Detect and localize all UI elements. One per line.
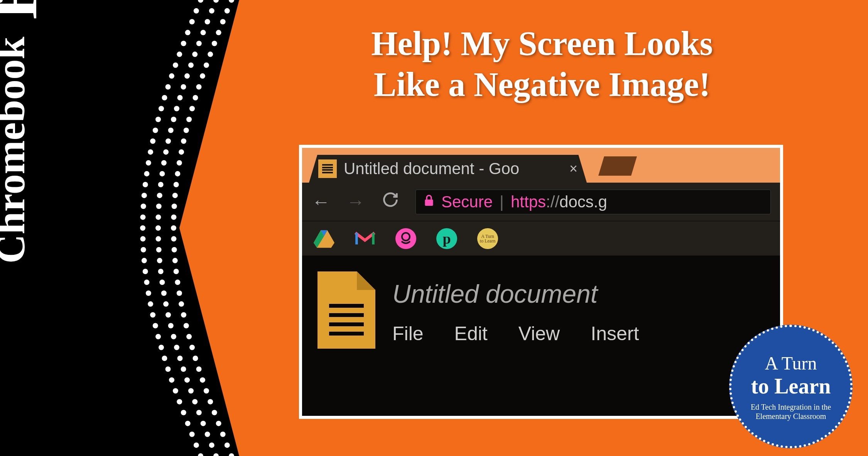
address-separator: | <box>500 193 504 211</box>
pink-circle-icon[interactable] <box>395 228 416 249</box>
headline-line2: Like a Negative Image! <box>262 64 822 105</box>
secure-label: Secure <box>441 193 493 211</box>
document-title[interactable]: Untitled document <box>392 279 765 309</box>
badge-line1: A Turn <box>765 353 817 374</box>
tab-strip: Untitled document - Goo × <box>302 148 780 183</box>
docs-favicon-icon <box>318 159 337 178</box>
document-area: Untitled document File Edit View Insert <box>302 256 780 416</box>
tab-title: Untitled document - Goo <box>344 159 559 178</box>
forward-icon[interactable]: → <box>346 191 365 212</box>
svg-rect-130 <box>425 199 433 205</box>
browser-toolbar: ← → Secure | https://docs.g <box>302 183 780 221</box>
headline-line1: Help! My Screen Looks <box>262 23 822 64</box>
lock-icon <box>424 194 434 210</box>
svg-point-137 <box>402 233 410 241</box>
back-icon[interactable]: ← <box>311 191 331 212</box>
browser-screenshot: Untitled document - Goo × ← → Secure | h… <box>299 145 783 419</box>
docs-file-icon <box>317 271 375 349</box>
badge-line2: to Learn <box>751 374 831 398</box>
svg-rect-136 <box>372 232 374 244</box>
menu-file[interactable]: File <box>392 322 424 345</box>
document-menu-bar: File Edit View Insert <box>392 322 765 345</box>
menu-edit[interactable]: Edit <box>454 322 488 345</box>
drive-icon[interactable] <box>314 228 334 249</box>
pinterest-icon[interactable]: p <box>436 228 457 249</box>
headline: Help! My Screen Looks Like a Negative Im… <box>262 23 822 105</box>
menu-insert[interactable]: Insert <box>591 322 639 345</box>
url-sep: :// <box>546 193 559 211</box>
sidebar-title-chromebook: Chromebook <box>0 37 33 263</box>
url-host: docs.g <box>559 193 607 211</box>
tab-close-icon[interactable]: × <box>569 161 578 177</box>
bookmarks-bar: p A Turnto Learn <box>302 221 780 256</box>
sidebar-title-help: Help! <box>0 0 51 19</box>
menu-view[interactable]: View <box>518 322 560 345</box>
gmail-icon[interactable] <box>355 228 375 249</box>
new-tab-button[interactable] <box>598 156 637 176</box>
badge-subtitle: Ed Tech Integration in the Elementary Cl… <box>739 402 843 421</box>
url-protocol: https <box>511 193 546 211</box>
yellow-circle-icon[interactable]: A Turnto Learn <box>477 228 498 249</box>
sidebar-title: Chromebook Help! <box>0 0 51 264</box>
address-bar[interactable]: Secure | https://docs.g <box>415 190 771 214</box>
brand-badge: A Turn to Learn Ed Tech Integration in t… <box>729 325 853 448</box>
svg-rect-135 <box>355 232 358 244</box>
reload-icon[interactable] <box>381 191 400 212</box>
browser-tab[interactable]: Untitled document - Goo × <box>309 155 587 183</box>
